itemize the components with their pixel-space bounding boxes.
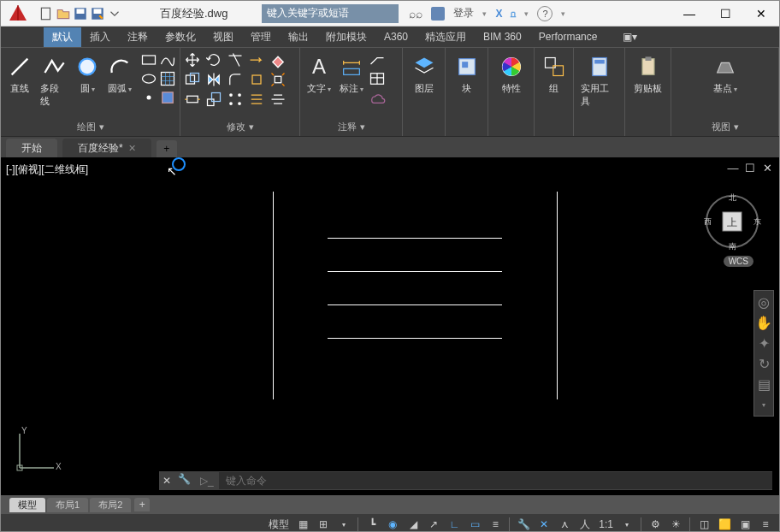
copy-icon[interactable]	[184, 71, 201, 88]
explode-icon[interactable]	[269, 71, 287, 88]
pan-icon[interactable]: ✋	[756, 315, 771, 330]
stretch-icon[interactable]	[184, 91, 201, 108]
new-icon[interactable]	[38, 6, 54, 21]
dimension-button[interactable]: 标注	[336, 51, 367, 97]
ribbon-min-icon[interactable]: ▣▾	[614, 28, 646, 45]
osnap-icon[interactable]: ∟	[446, 516, 463, 532]
file-tab-start[interactable]: 开始	[6, 139, 57, 157]
orbit-icon[interactable]: ↻	[756, 356, 771, 371]
close-button[interactable]: ✕	[743, 1, 779, 27]
align-icon[interactable]	[269, 91, 287, 108]
scale-label[interactable]: 1:1	[597, 516, 615, 532]
annotation-scale-icon[interactable]: ⋏	[556, 516, 573, 532]
xchange-icon[interactable]: X	[495, 8, 502, 20]
drawing-canvas[interactable]: [-][俯视][二维线框] ↖ — ☐ ✕ 上 北 南 东 西 WCS ◎ ✋ …	[1, 157, 779, 495]
rotate-icon[interactable]	[205, 51, 222, 68]
nav-expand-icon[interactable]: ▾	[756, 397, 771, 412]
layout-tab-model[interactable]: 模型	[9, 498, 45, 512]
login-icon[interactable]	[431, 7, 445, 21]
layout-tab-1[interactable]: 布局1	[47, 498, 88, 512]
move-icon[interactable]	[184, 51, 201, 68]
minimize-button[interactable]: —	[671, 1, 707, 27]
search-input[interactable]: 键入关键字或短语	[262, 4, 399, 23]
isolate-icon[interactable]: ◫	[695, 516, 712, 532]
vp-minimize-icon[interactable]: —	[726, 161, 740, 174]
tab-featured[interactable]: 精选应用	[417, 27, 475, 47]
offset-icon[interactable]	[248, 91, 265, 108]
help-icon[interactable]: ?	[537, 6, 552, 21]
customize-icon[interactable]: ≡	[757, 516, 774, 532]
tab-default[interactable]: 默认	[44, 27, 81, 47]
tab-bim360[interactable]: BIM 360	[475, 28, 530, 45]
cmd-close-icon[interactable]: ✕	[159, 473, 174, 488]
vp-maximize-icon[interactable]: ☐	[743, 161, 757, 174]
maximize-button[interactable]: ☐	[707, 1, 743, 27]
binoculars-icon[interactable]: ⌕⌕	[409, 7, 422, 21]
region-icon[interactable]	[159, 89, 176, 106]
snap-grid-icon[interactable]: ⊞	[315, 516, 332, 532]
spline-icon[interactable]	[159, 51, 176, 68]
extend-arrow-icon[interactable]	[248, 51, 265, 68]
chamfer-icon[interactable]	[248, 71, 265, 88]
point-icon[interactable]	[140, 89, 157, 106]
file-tab-document[interactable]: 百度经验* ✕	[62, 139, 151, 157]
saveas-icon[interactable]	[90, 6, 105, 21]
tab-annotate[interactable]: 注释	[119, 27, 157, 47]
layers-button[interactable]: 图层	[409, 51, 440, 97]
command-input[interactable]	[219, 472, 772, 489]
tab-manage[interactable]: 管理	[242, 27, 280, 47]
chevron-down-icon[interactable]: ▾	[99, 121, 104, 133]
viewport-label[interactable]: [-][俯视][二维线框]	[6, 163, 88, 177]
erase-icon[interactable]	[269, 51, 287, 68]
clipboard-button[interactable]: 剪贴板	[630, 51, 665, 97]
login-dropdown-icon[interactable]: ▾	[482, 9, 487, 18]
tab-addins[interactable]: 附加模块	[317, 27, 375, 47]
dim-icon[interactable]: ▭	[466, 516, 483, 532]
cmd-wrench-icon[interactable]: 🔧	[178, 473, 193, 488]
iso-icon[interactable]: ◢	[405, 516, 422, 532]
tab-view[interactable]: 视图	[204, 27, 242, 47]
mirror-icon[interactable]	[205, 71, 222, 88]
fillet-icon[interactable]	[227, 71, 244, 88]
polyline-button[interactable]: 多段线	[37, 51, 70, 109]
anno-vis-icon[interactable]: 人	[576, 516, 594, 532]
scale-icon[interactable]	[205, 91, 222, 108]
model-space-button[interactable]: 模型	[267, 516, 291, 532]
basepoint-button[interactable]: 基点	[710, 51, 741, 97]
open-icon[interactable]	[56, 6, 71, 21]
layout-tab-2[interactable]: 布局2	[90, 498, 131, 512]
new-tab-button[interactable]: +	[157, 140, 177, 157]
chevron-down-icon[interactable]: ▾	[249, 121, 254, 133]
polar-icon[interactable]: ◉	[384, 516, 401, 532]
hatch-icon[interactable]	[159, 70, 176, 87]
chevron-down-icon[interactable]: ▾	[734, 121, 739, 133]
help-arrow-icon[interactable]: ▾	[561, 9, 565, 18]
showmotion-icon[interactable]: ▤	[756, 376, 771, 392]
sc-icon[interactable]: ✕	[535, 516, 552, 532]
chevron-down-icon[interactable]: ▾	[360, 121, 365, 133]
properties-button[interactable]: 特性	[496, 51, 527, 97]
text-button[interactable]: A 文字	[304, 51, 334, 97]
close-tab-icon[interactable]: ✕	[128, 143, 136, 154]
utilities-button[interactable]: 实用工具	[577, 51, 621, 109]
hardware-icon[interactable]: 🟨	[716, 516, 733, 532]
sun-icon[interactable]: ☀	[667, 516, 684, 532]
save-icon[interactable]	[73, 6, 88, 21]
table-icon[interactable]	[369, 70, 386, 87]
clean-screen-icon[interactable]: ▣	[736, 516, 753, 532]
block-button[interactable]: 块	[452, 51, 482, 97]
login-label[interactable]: 登录	[453, 6, 474, 21]
vp-close-icon[interactable]: ✕	[760, 161, 774, 174]
trim-icon[interactable]	[227, 51, 244, 68]
tab-a360[interactable]: A360	[375, 28, 417, 45]
qat-dropdown-icon[interactable]	[107, 6, 122, 21]
grid-icon[interactable]: ▦	[294, 516, 311, 532]
osnap-track-icon[interactable]: ↗	[425, 516, 442, 532]
group-button[interactable]: 组	[539, 51, 570, 97]
ellipse-icon[interactable]	[140, 70, 157, 87]
zoom-extents-icon[interactable]: ✦	[756, 335, 771, 351]
tab-insert[interactable]: 插入	[81, 27, 119, 47]
view-cube[interactable]: 上 北 南 东 西	[702, 192, 762, 251]
a360-icon[interactable]: ⩍	[511, 8, 516, 20]
tab-output[interactable]: 输出	[280, 27, 317, 47]
